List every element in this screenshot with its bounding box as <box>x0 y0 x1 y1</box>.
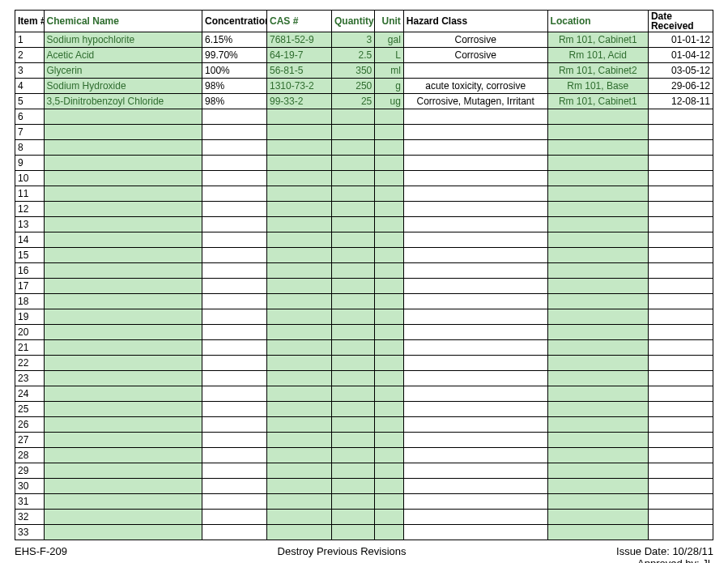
table-row: 23 <box>15 371 713 386</box>
header-item: Item # <box>15 11 45 32</box>
cell-cas <box>267 202 332 217</box>
cell-date <box>648 463 713 479</box>
cell-date <box>648 433 713 448</box>
cell-cas <box>267 525 332 540</box>
cell-unit <box>375 386 404 402</box>
cell-cas <box>267 340 332 356</box>
cell-cas <box>267 171 332 186</box>
cell-qty <box>331 217 374 232</box>
cell-qty <box>331 386 374 402</box>
cell-conc <box>202 140 267 156</box>
cell-hazard <box>403 186 547 202</box>
cell-item: 15 <box>15 248 45 263</box>
cell-unit <box>375 356 404 371</box>
cell-conc <box>202 371 267 386</box>
cell-unit <box>375 325 404 340</box>
cell-hazard <box>403 325 547 340</box>
cell-conc <box>202 202 267 217</box>
cell-cas <box>267 186 332 202</box>
cell-item: 4 <box>15 79 45 94</box>
cell-date <box>648 340 713 356</box>
cell-unit: g <box>375 79 404 94</box>
cell-hazard <box>403 279 547 294</box>
cell-qty <box>331 140 374 156</box>
cell-qty <box>331 309 374 325</box>
table-row: 14 <box>15 232 713 248</box>
table-row: 15 <box>15 248 713 263</box>
cell-qty <box>331 356 374 371</box>
cell-cas: 1310-73-2 <box>267 79 332 94</box>
cell-location <box>547 494 648 510</box>
cell-unit <box>375 309 404 325</box>
cell-conc <box>202 263 267 279</box>
table-row: 20 <box>15 325 713 340</box>
cell-qty <box>331 463 374 479</box>
cell-qty <box>331 248 374 263</box>
cell-name <box>44 171 202 186</box>
cell-qty <box>331 525 374 540</box>
cell-location <box>547 309 648 325</box>
cell-location <box>547 433 648 448</box>
cell-item: 28 <box>15 448 45 463</box>
cell-hazard: acute toxicity, corrosive <box>403 79 547 94</box>
cell-date <box>648 494 713 510</box>
cell-conc <box>202 340 267 356</box>
cell-location: Rm 101, Cabinet2 <box>547 63 648 79</box>
cell-date <box>648 386 713 402</box>
cell-location: Rm 101, Acid <box>547 48 648 63</box>
header-location: Location <box>547 11 648 32</box>
cell-name <box>44 494 202 510</box>
cell-hazard <box>403 232 547 248</box>
cell-name <box>44 402 202 417</box>
table-row: 24 <box>15 386 713 402</box>
table-row: 17 <box>15 279 713 294</box>
cell-name <box>44 186 202 202</box>
header-hazard: Hazard Class <box>403 11 547 32</box>
cell-date: 01-01-12 <box>648 32 713 48</box>
cell-hazard <box>403 340 547 356</box>
cell-item: 21 <box>15 340 45 356</box>
cell-cas <box>267 479 332 494</box>
cell-hazard <box>403 494 547 510</box>
cell-qty <box>331 263 374 279</box>
table-row: 53,5-Dinitrobenzoyl Chloride98%99-33-225… <box>15 94 713 109</box>
cell-name <box>44 463 202 479</box>
page-footer: EHS-F-209 Destroy Previous Revisions Iss… <box>15 545 713 563</box>
cell-cas <box>267 309 332 325</box>
header-concentration: Concentration <box>202 11 267 32</box>
cell-conc <box>202 217 267 232</box>
cell-qty: 2.5 <box>331 48 374 63</box>
cell-hazard <box>403 263 547 279</box>
table-body: 1Sodium hypochlorite6.15%7681-52-93galCo… <box>15 32 713 540</box>
cell-conc <box>202 448 267 463</box>
cell-location <box>547 386 648 402</box>
cell-unit <box>375 109 404 125</box>
cell-conc <box>202 525 267 540</box>
table-row: 28 <box>15 448 713 463</box>
cell-qty <box>331 125 374 140</box>
cell-location <box>547 109 648 125</box>
cell-cas <box>267 356 332 371</box>
cell-name <box>44 109 202 125</box>
header-quantity: Quantity <box>331 11 374 32</box>
cell-cas <box>267 402 332 417</box>
cell-cas <box>267 463 332 479</box>
cell-date <box>648 248 713 263</box>
cell-qty <box>331 340 374 356</box>
cell-cas <box>267 248 332 263</box>
table-row: 13 <box>15 217 713 232</box>
cell-item: 11 <box>15 186 45 202</box>
cell-hazard <box>403 402 547 417</box>
cell-qty <box>331 510 374 525</box>
cell-item: 5 <box>15 94 45 109</box>
cell-conc <box>202 156 267 171</box>
cell-name <box>44 433 202 448</box>
header-cas: CAS # <box>267 11 332 32</box>
cell-hazard <box>403 371 547 386</box>
cell-conc: 99.70% <box>202 48 267 63</box>
cell-cas: 64-19-7 <box>267 48 332 63</box>
cell-unit <box>375 248 404 263</box>
table-row: 6 <box>15 109 713 125</box>
cell-conc <box>202 402 267 417</box>
cell-date <box>648 402 713 417</box>
